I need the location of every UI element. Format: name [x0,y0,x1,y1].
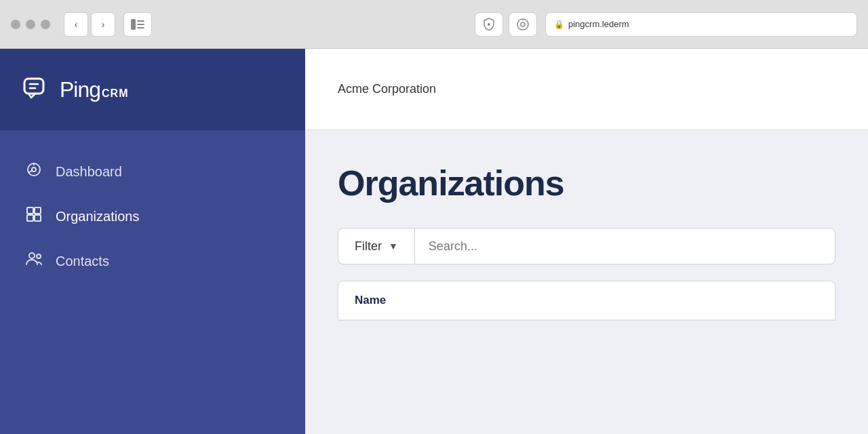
logo-crm: CRM [102,87,128,100]
logo: Ping CRM [22,75,128,104]
svg-point-20 [37,254,41,258]
sidebar-item-organizations[interactable]: Organizations [0,197,305,236]
svg-point-4 [488,23,490,26]
svg-rect-3 [137,27,144,28]
sidebar: Ping CRM Dashboard [0,49,305,434]
traffic-lights [11,20,50,29]
logo-ping: Ping [60,77,100,102]
svg-rect-16 [35,208,41,214]
shield-icon-btn[interactable] [475,12,503,37]
lock-icon: 🔒 [554,20,564,29]
svg-rect-0 [131,19,136,30]
svg-point-6 [521,22,525,26]
svg-rect-8 [24,79,43,94]
traffic-light-maximize[interactable] [41,20,50,29]
address-bar[interactable]: 🔒 pingcrm.lederm [545,12,857,37]
svg-point-12 [32,167,36,172]
filter-search-row: Filter ▼ [338,228,835,264]
organizations-table: Name [338,281,835,321]
svg-rect-17 [27,215,33,221]
table-header: Name [338,281,835,320]
main-content: Acme Corporation Organizations Filter ▼ … [305,49,868,434]
address-text: pingcrm.lederm [568,19,629,29]
traffic-light-close[interactable] [11,20,20,29]
sidebar-item-dashboard[interactable]: Dashboard [0,152,305,191]
filter-button[interactable]: Filter ▼ [338,228,414,264]
filter-label: Filter [355,239,382,254]
app-container: Ping CRM Dashboard [0,49,868,434]
sidebar-item-label-contacts: Contacts [56,254,109,269]
back-button[interactable]: ‹ [64,12,88,37]
traffic-light-minimize[interactable] [26,20,35,29]
key-icon-btn[interactable] [509,12,537,37]
page-title: Organizations [338,163,835,203]
chevron-down-icon: ▼ [389,241,398,252]
sidebar-item-label-dashboard: Dashboard [56,164,122,180]
svg-rect-2 [137,24,144,25]
breadcrumb: Acme Corporation [338,82,436,96]
search-input-container [414,228,835,264]
sidebar-toggle-button[interactable] [123,12,152,37]
svg-point-19 [29,253,35,258]
svg-line-14 [28,171,32,173]
svg-rect-15 [27,208,33,214]
browser-icons [475,12,537,37]
logo-text: Ping CRM [60,77,128,102]
page-body: Organizations Filter ▼ Name [305,130,868,434]
svg-rect-1 [137,20,144,22]
sidebar-item-label-organizations: Organizations [56,209,139,224]
contacts-icon [24,251,43,271]
browser-chrome: ‹ › 🔒 pingcrm.lederm [0,0,868,49]
nav-buttons: ‹ › [64,12,115,37]
sidebar-nav: Dashboard Organizations [0,130,305,302]
table-column-name: Name [355,294,386,307]
dashboard-icon [24,161,43,182]
sidebar-header: Ping CRM [0,49,305,130]
breadcrumb-bar: Acme Corporation [305,49,868,130]
svg-point-5 [517,19,528,30]
forward-button[interactable]: › [91,12,115,37]
organizations-icon [24,206,43,226]
sidebar-item-contacts[interactable]: Contacts [0,241,305,281]
search-input[interactable] [414,228,835,264]
svg-rect-18 [35,215,41,221]
ping-logo-icon [22,75,52,104]
